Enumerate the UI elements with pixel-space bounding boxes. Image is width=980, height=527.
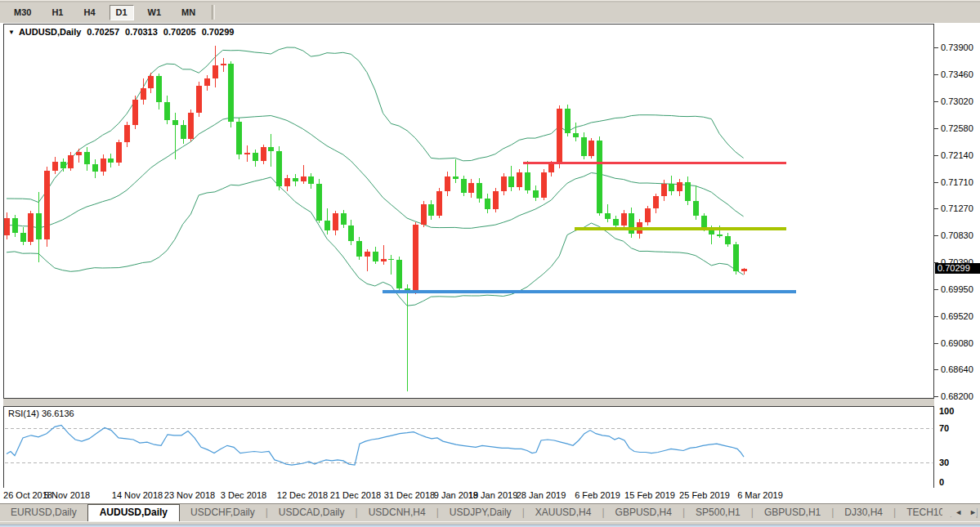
- candle: [156, 76, 162, 102]
- candle: [316, 184, 322, 221]
- date-axis-label: 12 Dec 2018: [277, 490, 328, 500]
- chart-tab-usdjpy-daily[interactable]: USDJPY,Daily: [439, 504, 522, 521]
- ohlc-close: 0.70299: [202, 27, 235, 37]
- chart-tabs-bar: EURUSD,DailyAUDUSD,DailyUSDCHF,Daily|USD…: [0, 503, 980, 522]
- candle: [308, 176, 314, 184]
- candle: [124, 125, 130, 142]
- date-axis-label: 14 Nov 2018: [112, 490, 163, 500]
- date-axis-label: 31 Dec 2018: [384, 490, 435, 500]
- candle: [36, 213, 42, 239]
- candle: [597, 141, 602, 212]
- candle: [301, 176, 307, 181]
- toolbar-separator: [212, 5, 215, 20]
- chart-tab-audusd-daily[interactable]: AUDUSD,Daily: [87, 504, 180, 522]
- pane-splitter[interactable]: [3, 398, 934, 405]
- ohlc-low: 0.70205: [163, 27, 196, 37]
- price-axis-label: 0.72580: [941, 123, 973, 133]
- price-axis-label: 0.72140: [941, 150, 973, 160]
- chart-tab-usdcnh-h4[interactable]: USDCNH,H4: [358, 504, 436, 521]
- candle: [276, 151, 282, 186]
- symbol-dropdown-icon[interactable]: ▼: [8, 29, 15, 36]
- date-axis-label: 23 Nov 2018: [164, 490, 215, 500]
- timeframe-button-w1[interactable]: W1: [141, 5, 168, 20]
- candle: [653, 196, 659, 208]
- candle: [356, 241, 362, 257]
- rsi-axis-label: 30: [939, 458, 949, 467]
- status-bar: [0, 521, 980, 527]
- candle: [725, 236, 731, 244]
- chart-tab-usdcad-daily[interactable]: USDCAD,Daily: [268, 504, 356, 521]
- candle: [84, 152, 90, 165]
- price-axis-label: 0.70830: [941, 230, 973, 240]
- candle: [541, 172, 547, 198]
- chart-tab-eurusd-daily[interactable]: EURUSD,Daily: [0, 504, 87, 521]
- candle: [685, 182, 691, 201]
- candle: [501, 176, 507, 190]
- candle: [221, 64, 226, 65]
- tab-scroll-right-button[interactable]: ►: [969, 508, 977, 516]
- tab-scroll-left-button[interactable]: ◄: [955, 508, 962, 516]
- candle: [396, 260, 402, 288]
- price-axis-label: 0.73460: [941, 69, 973, 79]
- candle: [373, 252, 378, 261]
- candle: [12, 218, 18, 233]
- price-axis-label: 0.68640: [941, 364, 973, 374]
- candle: [548, 163, 554, 172]
- candle: [213, 65, 218, 78]
- chart-symbol-label: AUDUSD,Daily: [19, 27, 81, 37]
- price-axis-tick: [934, 74, 938, 75]
- candle: [348, 226, 354, 242]
- chart-tab-gbpusd-h4[interactable]: GBPUSD,H4: [605, 504, 682, 521]
- timeframe-button-h1[interactable]: H1: [45, 5, 69, 20]
- candle: [141, 88, 146, 100]
- chart-area: ▼AUDUSD,Daily0.702570.703130.702050.7029…: [0, 23, 980, 503]
- chart-canvas[interactable]: [3, 24, 934, 488]
- date-axis-label: 25 Feb 2019: [679, 490, 730, 500]
- timeframe-button-d1[interactable]: D1: [110, 5, 134, 20]
- price-axis-tick: [934, 47, 938, 48]
- candle: [388, 259, 394, 261]
- candle: [28, 213, 34, 242]
- chart-tab-sp500-h1[interactable]: SP500,H1: [685, 504, 751, 521]
- chart-tab-dj30-h4[interactable]: DJ30,H4: [834, 504, 893, 521]
- candle: [60, 162, 66, 168]
- candle: [68, 155, 74, 168]
- candle: [717, 234, 723, 236]
- price-axis-tick: [934, 155, 938, 156]
- chart-tab-gbpusd-h1[interactable]: GBPUSD,H1: [754, 504, 831, 521]
- candle: [477, 183, 482, 199]
- candle: [116, 142, 122, 163]
- timeframe-button-m30[interactable]: M30: [7, 5, 38, 20]
- price-axis-label: 0.69080: [941, 338, 973, 348]
- timeframe-button-h4[interactable]: H4: [77, 5, 101, 20]
- candle: [20, 233, 26, 242]
- candle: [485, 199, 490, 210]
- candle: [268, 147, 274, 151]
- price-axis-label: 0.71710: [941, 177, 973, 187]
- chart-tab-xauusd-h4[interactable]: XAUUSD,H4: [525, 504, 602, 521]
- candle: [693, 201, 699, 216]
- candle: [324, 221, 330, 230]
- date-axis-label: 6 Feb 2019: [575, 490, 620, 500]
- candle: [148, 76, 154, 87]
- candle: [461, 179, 467, 193]
- candle: [204, 78, 210, 86]
- candle: [253, 153, 258, 161]
- candle: [645, 208, 651, 222]
- candle: [445, 176, 450, 192]
- date-axis-label: 5 Nov 2018: [44, 490, 90, 500]
- timeframe-toolbar: M30H1H4D1W1MN: [0, 0, 980, 24]
- price-axis-label: 0.73020: [941, 96, 973, 106]
- candle: [468, 183, 474, 193]
- candle: [44, 171, 50, 239]
- candle: [573, 133, 579, 137]
- date-axis-label: 28 Jan 2019: [517, 490, 566, 500]
- candle: [52, 162, 58, 171]
- candle: [605, 213, 611, 220]
- chart-tab-usdchf-daily[interactable]: USDCHF,Daily: [180, 504, 266, 521]
- rsi-indicator-label: RSI(14) 36.6136: [8, 409, 74, 418]
- date-axis-label: 3 Dec 2018: [221, 490, 266, 500]
- timeframe-button-mn[interactable]: MN: [175, 5, 202, 20]
- candle: [92, 164, 98, 172]
- price-axis-tick: [934, 369, 938, 370]
